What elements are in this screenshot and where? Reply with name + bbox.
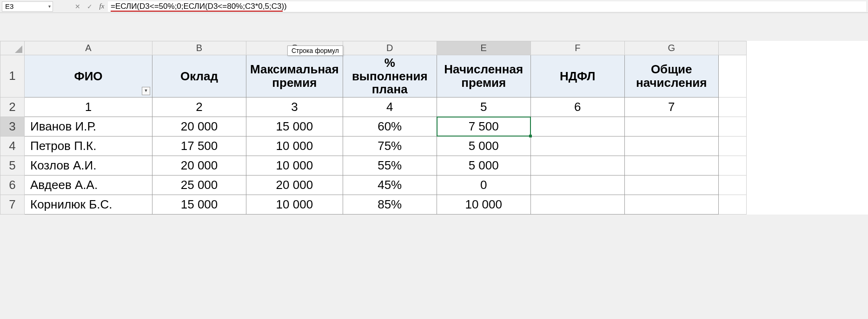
cell-H2[interactable] <box>718 97 746 117</box>
cell-B3[interactable]: 20 000 <box>152 117 246 136</box>
cell-F5[interactable] <box>530 156 624 175</box>
cancel-icon[interactable]: ✕ <box>72 1 84 12</box>
cell-H6[interactable] <box>718 175 746 195</box>
cell-A1[interactable]: ФИО ▼ <box>25 55 152 98</box>
cell-E3[interactable]: 7 500 <box>437 117 530 136</box>
cell-D7[interactable]: 85% <box>343 195 437 214</box>
cell-G6[interactable] <box>624 175 718 195</box>
cell-G2[interactable]: 7 <box>624 97 718 117</box>
cell-A5[interactable]: Козлов А.И. <box>25 156 152 175</box>
cell-H4[interactable] <box>718 136 746 156</box>
cell-B1[interactable]: Оклад <box>152 55 246 98</box>
cell-C7[interactable]: 10 000 <box>246 195 343 214</box>
cell-F3[interactable] <box>530 117 624 136</box>
cell-C1[interactable]: Максимальная премия <box>246 55 343 98</box>
cell-D2[interactable]: 4 <box>343 97 437 117</box>
cell-H5[interactable] <box>718 156 746 175</box>
cell-B7[interactable]: 15 000 <box>152 195 246 214</box>
cell-A7[interactable]: Корнилюк Б.С. <box>25 195 152 214</box>
autofilter-icon[interactable]: ▼ <box>142 87 150 95</box>
col-header-G[interactable]: G <box>624 41 718 55</box>
cell-E1[interactable]: Начисленная премия <box>437 55 530 98</box>
formula-underline <box>111 11 283 12</box>
cell-F7[interactable] <box>530 195 624 214</box>
cell-A3[interactable]: Иванов И.Р. <box>25 117 152 136</box>
col-header-D[interactable]: D <box>343 41 437 55</box>
col-header-F[interactable]: F <box>530 41 624 55</box>
cell-C4[interactable]: 10 000 <box>246 136 343 156</box>
col-header-B[interactable]: B <box>152 41 246 55</box>
cell-B6[interactable]: 25 000 <box>152 175 246 195</box>
cell-C2[interactable]: 3 <box>246 97 343 117</box>
cell-G3[interactable] <box>624 117 718 136</box>
cell-F2[interactable]: 6 <box>530 97 624 117</box>
fx-icon[interactable]: fx <box>96 1 108 12</box>
cell-D3[interactable]: 60% <box>343 117 437 136</box>
cell-F4[interactable] <box>530 136 624 156</box>
cell-C6[interactable]: 20 000 <box>246 175 343 195</box>
cell-G4[interactable] <box>624 136 718 156</box>
cell-E2[interactable]: 5 <box>437 97 530 117</box>
cell-F1[interactable]: НДФЛ <box>530 55 624 98</box>
header-fio: ФИО <box>74 69 102 83</box>
cell-H3[interactable] <box>718 117 746 136</box>
formula-input[interactable]: =ЕСЛИ(D3<=50%;0;ЕСЛИ(D3<=80%;C3*0,5;C3)) <box>108 1 866 12</box>
cell-H7[interactable] <box>718 195 746 214</box>
select-all-corner[interactable] <box>0 41 25 55</box>
cell-B2[interactable]: 2 <box>152 97 246 117</box>
cell-H1[interactable] <box>718 55 746 98</box>
cell-A2[interactable]: 1 <box>25 97 152 117</box>
col-header-extra[interactable] <box>718 41 746 55</box>
cell-G7[interactable] <box>624 195 718 214</box>
cell-E6[interactable]: 0 <box>437 175 530 195</box>
cell-E7[interactable]: 10 000 ▦ <box>437 195 530 214</box>
cell-G1[interactable]: Общие начисления <box>624 55 718 98</box>
cell-D6[interactable]: 45% <box>343 175 437 195</box>
cell-E5[interactable]: 5 000 <box>437 156 530 175</box>
cell-C3[interactable]: 15 000 <box>246 117 343 136</box>
cell-B4[interactable]: 17 500 <box>152 136 246 156</box>
col-header-A[interactable]: A <box>25 41 152 55</box>
row-header-4[interactable]: 4 <box>0 136 25 156</box>
row-header-1[interactable]: 1 <box>0 55 25 98</box>
formula-text: =ЕСЛИ(D3<=50%;0;ЕСЛИ(D3<=80%;C3*0,5;C3)) <box>111 2 287 11</box>
cell-B5[interactable]: 20 000 <box>152 156 246 175</box>
cell-A4[interactable]: Петров П.К. <box>25 136 152 156</box>
row-header-3[interactable]: 3 <box>0 117 25 136</box>
cell-D1[interactable]: % выполнения плана <box>343 55 437 98</box>
row-header-7[interactable]: 7 <box>0 195 25 214</box>
formula-bar-tooltip: Строка формул <box>287 46 343 56</box>
name-box[interactable]: E3 <box>2 1 53 12</box>
cell-D5[interactable]: 55% <box>343 156 437 175</box>
spreadsheet-grid[interactable]: A B C D E F G 1 ФИО ▼ Оклад Максимальная… <box>0 41 868 215</box>
cell-C5[interactable]: 10 000 <box>246 156 343 175</box>
row-header-5[interactable]: 5 <box>0 156 25 175</box>
cell-E4[interactable]: 5 000 <box>437 136 530 156</box>
row-header-2[interactable]: 2 <box>0 97 25 117</box>
row-header-6[interactable]: 6 <box>0 175 25 195</box>
enter-icon[interactable]: ✓ <box>84 1 96 12</box>
cell-A6[interactable]: Авдеев А.А. <box>25 175 152 195</box>
cell-F6[interactable] <box>530 175 624 195</box>
cell-G5[interactable] <box>624 156 718 175</box>
col-header-E[interactable]: E <box>437 41 530 55</box>
formula-bar: E3 ✕ ✓ fx =ЕСЛИ(D3<=50%;0;ЕСЛИ(D3<=80%;C… <box>0 0 868 13</box>
cell-D4[interactable]: 75% <box>343 136 437 156</box>
